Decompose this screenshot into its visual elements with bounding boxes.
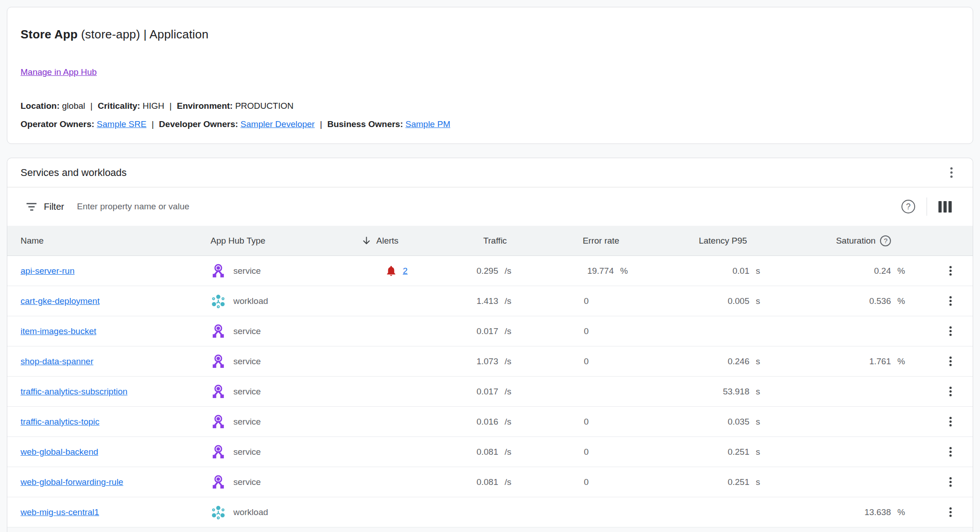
row-latency-value: 0.251s: [636, 447, 771, 457]
row-error-rate-value: 0: [520, 296, 636, 306]
criticality-label: Criticality:: [98, 101, 140, 111]
page: { "colors": { "link_blue": "#1a73e8", "a…: [0, 0, 980, 532]
developer-owner-link[interactable]: Sampler Developer: [241, 119, 315, 129]
row-type-cell: service: [211, 414, 361, 430]
column-header-traffic[interactable]: Traffic: [439, 236, 520, 246]
column-header-saturation[interactable]: Saturation ?: [771, 235, 913, 246]
row-saturation-value: 0.24%: [771, 266, 913, 276]
column-header-name[interactable]: Name: [21, 236, 211, 246]
row-name-link[interactable]: cart-gke-deployment: [21, 296, 100, 306]
column-header-latency-p95[interactable]: Latency P95: [636, 236, 771, 246]
column-header-alerts[interactable]: Alerts: [361, 235, 439, 246]
separator: |: [149, 119, 157, 129]
service-icon: [211, 384, 226, 399]
service-icon: [211, 474, 226, 490]
row-menu-button[interactable]: [946, 444, 955, 459]
app-meta-line: Location: global | Criticality: HIGH | E…: [21, 100, 959, 112]
business-owners-label: Business Owners:: [327, 119, 403, 129]
row-menu-button[interactable]: [946, 263, 955, 278]
row-menu-button[interactable]: [946, 384, 955, 399]
table-body: api-server-run service: [7, 256, 973, 527]
alerts-header-label: Alerts: [376, 236, 399, 246]
table-bottom-strip: [7, 527, 973, 532]
row-menu-button[interactable]: [946, 505, 955, 520]
table-row: shop-data-spanner service: [7, 346, 973, 377]
row-menu-button[interactable]: [946, 474, 955, 489]
separator: |: [167, 101, 174, 111]
row-latency-value: 0.035s: [636, 417, 771, 427]
table-header-row: Name App Hub Type Alerts Traffic Error r…: [7, 226, 973, 256]
filter-label: Filter: [44, 202, 64, 212]
filter-icon: [26, 203, 37, 211]
alert-count-link[interactable]: 2: [403, 266, 408, 276]
alert-bell-icon: [385, 265, 397, 277]
row-traffic-value: 0.017/s: [439, 387, 520, 397]
row-saturation-value: 1.761%: [771, 356, 913, 367]
saturation-help-icon[interactable]: ?: [880, 235, 891, 246]
services-workloads-card: Services and workloads Filter ? Name App…: [7, 158, 973, 532]
table-row: traffic-analytics-topic service: [7, 407, 973, 437]
sort-descending-icon: [361, 235, 372, 246]
row-latency-value: 0.01s: [636, 266, 771, 276]
table-help-button[interactable]: ?: [901, 200, 915, 213]
column-header-app-hub-type[interactable]: App Hub Type: [211, 236, 361, 246]
workload-icon: [211, 505, 226, 520]
row-latency-value: 53.918s: [636, 387, 771, 397]
operator-owner-link[interactable]: Sample SRE: [97, 119, 147, 129]
service-icon: [211, 414, 226, 430]
row-name-link[interactable]: web-global-forwarding-rule: [21, 477, 123, 487]
row-type-cell: service: [211, 263, 361, 279]
row-type-cell: service: [211, 354, 361, 369]
app-title-suffix: (store-app) | Application: [81, 27, 209, 41]
saturation-header-label: Saturation: [836, 236, 876, 246]
page-title: Store App (store-app) | Application: [21, 27, 959, 41]
service-icon: [211, 354, 226, 369]
business-owner-link[interactable]: Sample PM: [406, 119, 450, 129]
table-row: traffic-analytics-subscription service: [7, 377, 973, 407]
row-traffic-value: 0.016/s: [439, 417, 520, 427]
row-type-label: service: [233, 417, 261, 427]
row-type-label: service: [233, 266, 261, 276]
table-row: web-global-forwarding-rule service: [7, 467, 973, 497]
row-name-link[interactable]: traffic-analytics-topic: [21, 417, 100, 427]
row-error-rate-value: 0: [520, 356, 636, 367]
row-name-link[interactable]: api-server-run: [21, 266, 74, 276]
table-row: web-global-backend service: [7, 437, 973, 467]
divider: [927, 197, 927, 216]
row-type-label: service: [233, 447, 261, 457]
services-card-title: Services and workloads: [21, 167, 947, 179]
location-value: global: [62, 101, 85, 111]
app-header-card: Store App (store-app) | Application Mana…: [7, 7, 973, 144]
row-menu-button[interactable]: [946, 354, 955, 369]
filter-input[interactable]: [76, 187, 901, 226]
workload-icon: [211, 293, 226, 309]
row-menu-button[interactable]: [946, 293, 955, 309]
developer-owners-label: Developer Owners:: [159, 119, 238, 129]
row-error-rate-value: 0: [520, 326, 636, 336]
row-menu-button[interactable]: [946, 414, 955, 429]
row-name-link[interactable]: traffic-analytics-subscription: [21, 387, 127, 397]
row-traffic-value: 0.081/s: [439, 447, 520, 457]
row-traffic-value: 1.413/s: [439, 296, 520, 306]
row-traffic-value: 0.081/s: [439, 477, 520, 487]
row-traffic-value: 0.017/s: [439, 326, 520, 336]
table-row: item-images-bucket service: [7, 316, 973, 346]
manage-in-app-hub-link[interactable]: Manage in App Hub: [21, 67, 97, 77]
row-menu-button[interactable]: [946, 324, 955, 339]
operator-owners-label: Operator Owners:: [21, 119, 95, 129]
column-header-error-rate[interactable]: Error rate: [520, 236, 636, 246]
criticality-value: HIGH: [142, 101, 164, 111]
card-menu-button[interactable]: [947, 165, 956, 181]
row-name-link[interactable]: shop-data-spanner: [21, 356, 94, 367]
row-name-link[interactable]: web-mig-us-central1: [21, 507, 99, 517]
app-name: Store App: [21, 27, 78, 41]
filter-bar: Filter ?: [7, 187, 973, 226]
service-icon: [211, 263, 226, 279]
environment-value: PRODUCTION: [235, 101, 294, 111]
row-type-label: service: [233, 477, 261, 487]
row-name-link[interactable]: web-global-backend: [21, 447, 98, 457]
row-name-link[interactable]: item-images-bucket: [21, 326, 96, 336]
column-picker-button[interactable]: [938, 201, 952, 213]
service-icon: [211, 324, 226, 339]
row-type-cell: workload: [211, 505, 361, 520]
